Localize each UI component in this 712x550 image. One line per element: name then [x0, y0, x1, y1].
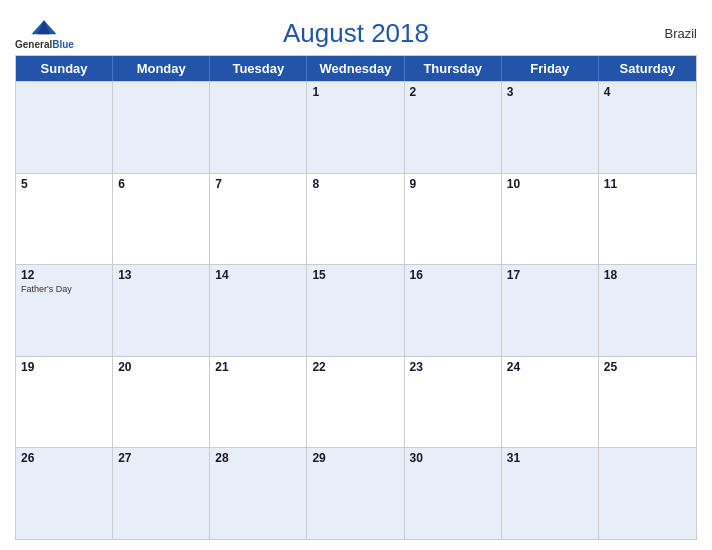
day-headers: SundayMondayTuesdayWednesdayThursdayFrid… [16, 56, 696, 81]
day-cell: 18 [599, 265, 696, 356]
day-number: 18 [604, 268, 691, 282]
day-cell: 30 [405, 448, 502, 539]
day-number: 12 [21, 268, 107, 282]
day-number: 5 [21, 177, 107, 191]
week-row-4: 262728293031 [16, 447, 696, 539]
day-number: 21 [215, 360, 301, 374]
day-cell: 26 [16, 448, 113, 539]
day-number: 10 [507, 177, 593, 191]
day-cell: 8 [307, 174, 404, 265]
day-cell: 16 [405, 265, 502, 356]
day-number: 6 [118, 177, 204, 191]
day-cell: 23 [405, 357, 502, 448]
day-cell: 2 [405, 82, 502, 173]
day-number: 1 [312, 85, 398, 99]
day-header-thursday: Thursday [405, 56, 502, 81]
day-cell: 17 [502, 265, 599, 356]
month-title: August 2018 [283, 18, 429, 49]
day-number: 4 [604, 85, 691, 99]
day-cell: 9 [405, 174, 502, 265]
calendar-body: 123456789101112Father's Day1314151617181… [16, 81, 696, 539]
day-number: 16 [410, 268, 496, 282]
day-number: 11 [604, 177, 691, 191]
day-cell: 25 [599, 357, 696, 448]
day-number: 13 [118, 268, 204, 282]
day-cell: 22 [307, 357, 404, 448]
day-cell: 27 [113, 448, 210, 539]
day-cell: 6 [113, 174, 210, 265]
day-cell: 24 [502, 357, 599, 448]
day-cell: 12Father's Day [16, 265, 113, 356]
day-number: 29 [312, 451, 398, 465]
day-cell: 3 [502, 82, 599, 173]
day-number: 8 [312, 177, 398, 191]
day-number: 23 [410, 360, 496, 374]
day-cell: 5 [16, 174, 113, 265]
event-label: Father's Day [21, 284, 107, 294]
day-number: 28 [215, 451, 301, 465]
logo-blue: Blue [52, 39, 74, 50]
day-cell: 28 [210, 448, 307, 539]
day-number: 17 [507, 268, 593, 282]
day-header-friday: Friday [502, 56, 599, 81]
day-cell: 4 [599, 82, 696, 173]
day-cell: 1 [307, 82, 404, 173]
calendar-header: General Blue August 2018 Brazil [15, 10, 697, 55]
week-row-0: 1234 [16, 81, 696, 173]
day-number: 7 [215, 177, 301, 191]
country-label: Brazil [664, 26, 697, 41]
day-number: 2 [410, 85, 496, 99]
day-header-saturday: Saturday [599, 56, 696, 81]
day-number: 20 [118, 360, 204, 374]
day-cell: 15 [307, 265, 404, 356]
day-cell: 14 [210, 265, 307, 356]
day-cell: 29 [307, 448, 404, 539]
day-number: 31 [507, 451, 593, 465]
day-number: 24 [507, 360, 593, 374]
day-number: 22 [312, 360, 398, 374]
day-number: 9 [410, 177, 496, 191]
day-number: 15 [312, 268, 398, 282]
day-header-monday: Monday [113, 56, 210, 81]
week-row-1: 567891011 [16, 173, 696, 265]
day-header-sunday: Sunday [16, 56, 113, 81]
week-row-3: 19202122232425 [16, 356, 696, 448]
logo: General Blue [15, 17, 74, 50]
logo-general: General [15, 39, 52, 50]
day-cell [113, 82, 210, 173]
day-cell: 31 [502, 448, 599, 539]
day-cell [210, 82, 307, 173]
day-number: 19 [21, 360, 107, 374]
day-header-tuesday: Tuesday [210, 56, 307, 81]
day-cell: 10 [502, 174, 599, 265]
day-cell: 7 [210, 174, 307, 265]
day-cell: 21 [210, 357, 307, 448]
day-number: 30 [410, 451, 496, 465]
day-cell: 19 [16, 357, 113, 448]
week-row-2: 12Father's Day131415161718 [16, 264, 696, 356]
calendar: SundayMondayTuesdayWednesdayThursdayFrid… [15, 55, 697, 540]
logo-icon [28, 17, 60, 39]
day-number: 27 [118, 451, 204, 465]
day-number: 3 [507, 85, 593, 99]
day-cell: 13 [113, 265, 210, 356]
day-number: 14 [215, 268, 301, 282]
day-number: 26 [21, 451, 107, 465]
day-number: 25 [604, 360, 691, 374]
day-cell [16, 82, 113, 173]
day-cell: 20 [113, 357, 210, 448]
day-header-wednesday: Wednesday [307, 56, 404, 81]
day-cell [599, 448, 696, 539]
day-cell: 11 [599, 174, 696, 265]
